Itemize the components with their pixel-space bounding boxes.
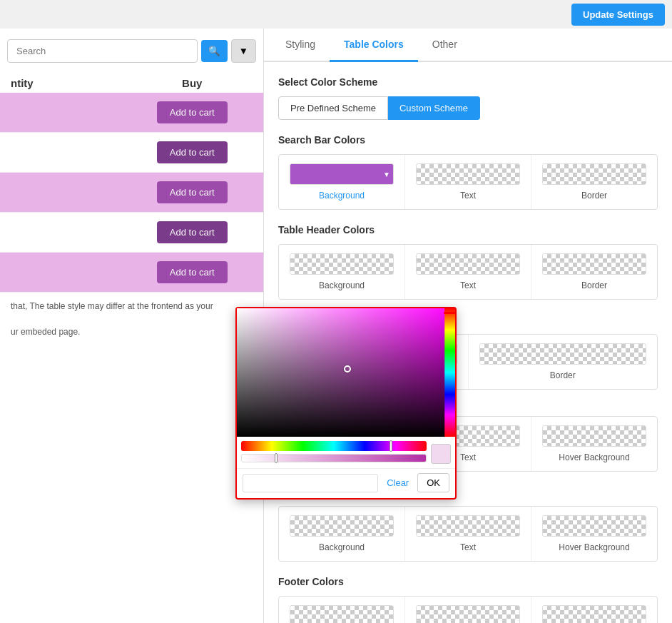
footer-swatch-1[interactable] — [290, 605, 394, 623]
search-bar-color-section: ▼ Background Text Border — [278, 154, 658, 210]
even-text-cell: Text — [405, 507, 531, 561]
search-icon: 🔍 — [208, 46, 220, 56]
preview-header: ntity Buy — [0, 70, 263, 93]
hue-bar-container — [241, 441, 427, 454]
add-to-cart-button[interactable]: Add to cart — [157, 261, 228, 283]
even-row-color-row: Background Text Hover Background — [279, 507, 657, 561]
even-bg-swatch[interactable] — [290, 515, 394, 537]
search-border-swatch[interactable] — [542, 163, 646, 185]
search-bar-color-row: ▼ Background Text Border — [279, 155, 657, 209]
even-text-swatch[interactable] — [416, 515, 520, 537]
table-header-color-row: Background Text Border — [279, 245, 657, 299]
search-bar-colors-title: Search Bar Colors — [278, 134, 658, 146]
ok-button[interactable]: OK — [417, 473, 449, 492]
table-row: Add to cart — [0, 213, 263, 253]
add-to-cart-button[interactable]: Add to cart — [157, 221, 228, 243]
odd-hover-label: Hover Background — [559, 452, 629, 462]
table-row: Add to cart — [0, 173, 263, 213]
search-text-cell: Text — [405, 155, 531, 209]
hue-bar[interactable] — [241, 441, 427, 451]
header-bg-label: Background — [319, 280, 365, 290]
footer-cell-1: Background — [279, 597, 405, 623]
footer-swatch-2[interactable] — [416, 605, 520, 623]
table-header-color-section: Background Text Border — [278, 244, 658, 300]
preview-note: that, The table style may differ at the … — [0, 293, 263, 345]
color-scheme-title: Select Color Scheme — [278, 76, 658, 88]
add-to-cart-button[interactable]: Add to cart — [157, 181, 228, 203]
odd-hover-swatch[interactable] — [542, 425, 646, 447]
search-button[interactable]: 🔍 — [201, 40, 228, 62]
search-text-swatch[interactable] — [416, 163, 520, 185]
footer-colors-title: Footer Colors — [278, 576, 658, 587]
header-border-cell: Border — [531, 245, 657, 299]
custom-scheme-button[interactable]: Custom Scheme — [388, 96, 480, 120]
table-row: Add to cart — [0, 253, 263, 293]
header-text-swatch[interactable] — [416, 253, 520, 275]
update-settings-button[interactable]: Update Settings — [571, 4, 665, 26]
search-bg-label: Background — [319, 191, 365, 201]
color-cursor — [344, 365, 351, 373]
header-border-label: Border — [581, 280, 607, 290]
search-text-label: Text — [460, 191, 476, 201]
tab-other[interactable]: Other — [418, 29, 472, 62]
body-border-cell: Border — [469, 335, 658, 389]
footer-cell-3: Border — [531, 597, 657, 623]
tab-bar: Styling Table Colors Other — [264, 29, 672, 62]
even-text-label: Text — [460, 542, 476, 552]
header-bg-cell: Background — [279, 245, 405, 299]
body-border-label: Border — [550, 370, 576, 380]
scheme-buttons: Pre Defined Scheme Custom Scheme — [278, 96, 658, 120]
search-border-label: Border — [581, 191, 607, 201]
even-hover-label: Hover Background — [559, 542, 629, 552]
clear-button[interactable]: Clear — [382, 475, 413, 491]
hue-alpha-container — [237, 437, 455, 468]
header-border-swatch[interactable] — [542, 253, 646, 275]
footer-color-row: Background Text Border — [279, 597, 657, 623]
even-hover-swatch[interactable] — [542, 515, 646, 537]
search-bar: 🔍 ▼ — [7, 39, 256, 63]
header-text-cell: Text — [405, 245, 531, 299]
hue-thumb — [390, 440, 392, 452]
table-header-colors-title: Table Header Colors — [278, 224, 658, 235]
even-bg-cell: Background — [279, 507, 405, 561]
predefined-scheme-button[interactable]: Pre Defined Scheme — [278, 96, 388, 120]
quantity-header: ntity — [11, 77, 132, 89]
table-row: Add to cart — [0, 93, 263, 133]
color-value-row: rgba(179, 47, 164, 0.18) Clear OK — [237, 468, 455, 498]
table-preview: ntity Buy Add to cart Add to cart Add to… — [0, 70, 263, 293]
color-gradient-area[interactable] — [237, 308, 455, 437]
even-hover-cell: Hover Background — [531, 507, 657, 561]
odd-hover-cell: Hover Background — [531, 417, 657, 471]
dropdown-arrow-icon: ▼ — [383, 171, 390, 178]
even-bg-label: Background — [319, 542, 365, 552]
table-row: Add to cart — [0, 133, 263, 173]
search-dropdown-button[interactable]: ▼ — [231, 39, 256, 63]
footer-cell-2: Text — [405, 597, 531, 623]
search-border-cell: Border — [531, 155, 657, 209]
odd-text-label: Text — [460, 452, 476, 462]
footer-color-section: Background Text Border — [278, 596, 658, 623]
body-border-swatch[interactable] — [479, 343, 647, 365]
header-bg-swatch[interactable] — [290, 253, 394, 275]
footer-swatch-3[interactable] — [542, 605, 646, 623]
tab-styling[interactable]: Styling — [271, 29, 330, 62]
top-bar: Update Settings — [0, 0, 672, 29]
color-value-input[interactable]: rgba(179, 47, 164, 0.18) — [243, 474, 378, 492]
search-input[interactable] — [7, 39, 198, 63]
search-bg-swatch[interactable]: ▼ — [290, 163, 394, 185]
alpha-bar-container — [241, 454, 427, 467]
add-to-cart-button[interactable]: Add to cart — [157, 141, 228, 163]
chevron-down-icon: ▼ — [239, 46, 248, 56]
left-panel: 🔍 ▼ ntity Buy Add to cart Add to cart Ad… — [0, 29, 264, 623]
alpha-bar[interactable] — [241, 454, 427, 462]
search-bg-cell: ▼ Background — [279, 155, 405, 209]
sliders-container — [241, 441, 427, 467]
color-preview-box — [431, 444, 451, 464]
tab-table-colors[interactable]: Table Colors — [330, 29, 418, 62]
alpha-thumb — [275, 453, 278, 463]
header-text-label: Text — [460, 280, 476, 290]
color-picker-popup: rgba(179, 47, 164, 0.18) Clear OK — [235, 307, 457, 500]
even-row-color-section: Background Text Hover Background — [278, 506, 658, 562]
add-to-cart-button[interactable]: Add to cart — [157, 101, 228, 123]
buy-header: Buy — [132, 77, 253, 89]
